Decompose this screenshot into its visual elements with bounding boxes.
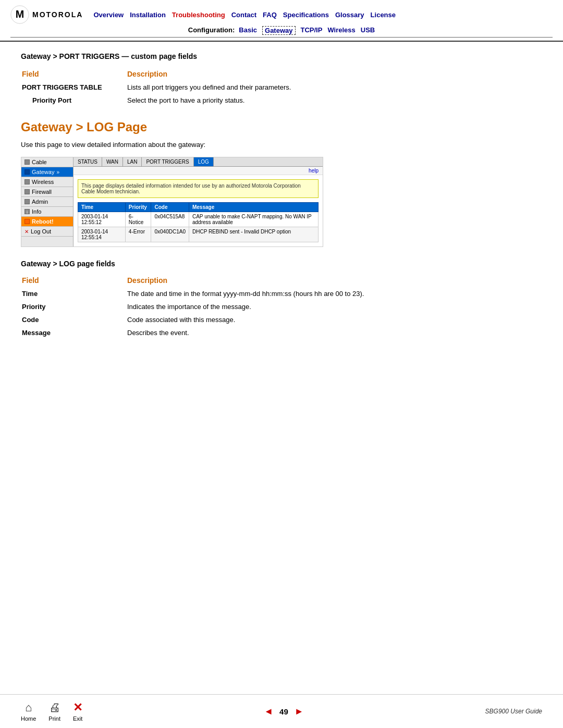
sidebar-label-info: Info (32, 208, 41, 215)
nav-installation[interactable]: Installation (130, 11, 166, 19)
header-divider (10, 37, 553, 38)
help-bar[interactable]: help (74, 167, 323, 175)
sidebar-item-reboot[interactable]: Reboot! (21, 217, 73, 227)
port-triggers-section: Gateway > PORT TRIGGERS — custom page fi… (21, 52, 542, 109)
sidebar-label-cable: Cable (32, 159, 47, 165)
log-desc-priority: Indicates the importance of the message. (127, 303, 251, 311)
screenshot-container: Cable Gateway Wireless Firewall Admin i (21, 157, 323, 247)
footer-guide-name: SBG900 User Guide (485, 708, 542, 715)
log-field-code: Code (22, 316, 39, 324)
exit-label: Exit (73, 715, 82, 722)
config-links: Basic Gateway TCP/IP Wireless USB (239, 26, 375, 35)
page-description: Use this page to view detailed informati… (21, 141, 542, 149)
cable-icon (25, 159, 30, 165)
sidebar-label-firewall: Firewall (32, 189, 52, 195)
config-basic[interactable]: Basic (239, 26, 257, 35)
nav-overview[interactable]: Overview (93, 11, 124, 19)
footer-center: ◄ 49 ► (264, 706, 303, 717)
config-wireless[interactable]: Wireless (327, 26, 355, 35)
print-label: Print (48, 715, 60, 722)
exit-icon: ✕ (73, 701, 82, 714)
log-priority-1: 6-Notice (125, 212, 151, 227)
field-desc-port-triggers-table: Lists all port triggers you defined and … (127, 83, 291, 91)
nav-specifications[interactable]: Specifications (283, 11, 329, 19)
log-fields-header-row: Field Description (22, 276, 541, 289)
log-priority-2: 4-Error (125, 227, 151, 242)
table-row: Code Code associated with this message. (22, 316, 541, 328)
tab-log[interactable]: LOG (194, 157, 214, 166)
config-gateway[interactable]: Gateway (262, 26, 295, 35)
config-tcpip[interactable]: TCP/IP (301, 26, 323, 35)
top-nav: Overview Installation Troubleshooting Co… (93, 11, 396, 19)
page-number: 49 (279, 707, 288, 716)
log-desc-time: The date and time in the format yyyy-mm-… (127, 290, 364, 298)
home-label: Home (21, 715, 36, 722)
log-message-2: DHCP REBIND sent - Invalid DHCP option (189, 227, 318, 242)
config-usb[interactable]: USB (361, 26, 375, 35)
sidebar-item-info[interactable]: i Info (21, 207, 73, 217)
footer: ⌂ Home 🖨 Print ✕ Exit ◄ 49 ► SBG900 User… (0, 694, 563, 728)
footer-left: ⌂ Home 🖨 Print ✕ Exit (21, 701, 82, 722)
log-code-2: 0x040DC1A0 (151, 227, 189, 242)
notice-box: This page displays detailed information … (78, 179, 319, 198)
log-message-1: CAP unable to make C-NAPT mapping. No WA… (189, 212, 318, 227)
print-button[interactable]: 🖨 Print (48, 701, 60, 722)
sidebar-item-firewall[interactable]: Firewall (21, 187, 73, 197)
sidebar-label-reboot: Reboot! (32, 218, 54, 225)
motorola-brand-name: MOTOROLA (32, 10, 83, 19)
tab-wan[interactable]: WAN (102, 157, 123, 166)
prev-page-button[interactable]: ◄ (264, 706, 273, 717)
table-row: Priority Indicates the importance of the… (22, 303, 541, 315)
tab-port-triggers[interactable]: PORT TRIGGERS (142, 157, 193, 166)
sidebar-mock: Cable Gateway Wireless Firewall Admin i (21, 157, 74, 246)
nav-faq[interactable]: FAQ (263, 11, 277, 19)
desc-col-header: Description (127, 70, 167, 78)
table-row: Time The date and time in the format yyy… (22, 290, 541, 302)
sidebar-item-gateway[interactable]: Gateway (21, 167, 73, 177)
sidebar-label-gateway: Gateway (32, 169, 54, 175)
sidebar-item-wireless[interactable]: Wireless (21, 177, 73, 187)
home-icon: ⌂ (25, 701, 32, 714)
log-fields-table: Field Description Time The date and time… (21, 275, 542, 342)
col-header-code: Code (151, 203, 189, 212)
print-icon: 🖨 (49, 701, 60, 714)
nav-troubleshooting[interactable]: Troubleshooting (172, 11, 225, 19)
port-triggers-heading: Gateway > PORT TRIGGERS — custom page fi… (21, 52, 542, 60)
exit-button[interactable]: ✕ Exit (73, 701, 82, 722)
col-header-priority: Priority (125, 203, 151, 212)
sidebar-label-wireless: Wireless (32, 179, 54, 185)
sidebar-item-logout[interactable]: ✕ Log Out (21, 227, 73, 237)
help-link[interactable]: help (309, 168, 319, 174)
table-row: 2003-01-14 12:55:12 6-Notice 0x04C515A8 … (78, 212, 319, 227)
field-name-port-triggers-table: PORT TRIGGERS TABLE (22, 83, 102, 91)
sidebar-item-admin[interactable]: Admin (21, 197, 73, 207)
field-col-header: Field (22, 70, 39, 78)
next-page-button[interactable]: ► (295, 706, 304, 717)
log-fields-section: Gateway > LOG page fields Field Descript… (21, 260, 542, 342)
wireless-icon (25, 179, 30, 184)
sidebar-item-cable[interactable]: Cable (21, 157, 73, 167)
field-table-header-row: Field Description (22, 70, 541, 82)
tab-status[interactable]: STATUS (74, 157, 102, 166)
nav-contact[interactable]: Contact (231, 11, 256, 19)
log-table-header: Time Priority Code Message (78, 203, 319, 212)
logout-icon: ✕ (25, 229, 29, 235)
gateway-arrow-icon (56, 169, 59, 175)
tab-bar: STATUS WAN LAN PORT TRIGGERS LOG (74, 157, 323, 167)
nav-license[interactable]: License (371, 11, 396, 19)
table-row: Message Describes the event. (22, 329, 541, 341)
log-desc-col-header: Description (127, 276, 167, 285)
tab-lan[interactable]: LAN (123, 157, 142, 166)
port-triggers-table: Field Description PORT TRIGGERS TABLE Li… (21, 69, 542, 109)
nav-glossary[interactable]: Glossary (335, 11, 364, 19)
log-time-1: 2003-01-14 12:55:12 (78, 212, 126, 227)
log-desc-message: Describes the event. (127, 329, 189, 337)
firewall-icon (25, 189, 30, 194)
home-button[interactable]: ⌂ Home (21, 701, 36, 722)
page-title: Gateway > LOG Page (21, 120, 542, 134)
log-field-message: Message (22, 329, 51, 337)
sidebar-label-logout: Log Out (31, 228, 51, 235)
main-panel: STATUS WAN LAN PORT TRIGGERS LOG help Th… (74, 157, 323, 246)
sidebar-label-admin: Admin (32, 199, 48, 205)
log-code-1: 0x04C515A8 (151, 212, 189, 227)
